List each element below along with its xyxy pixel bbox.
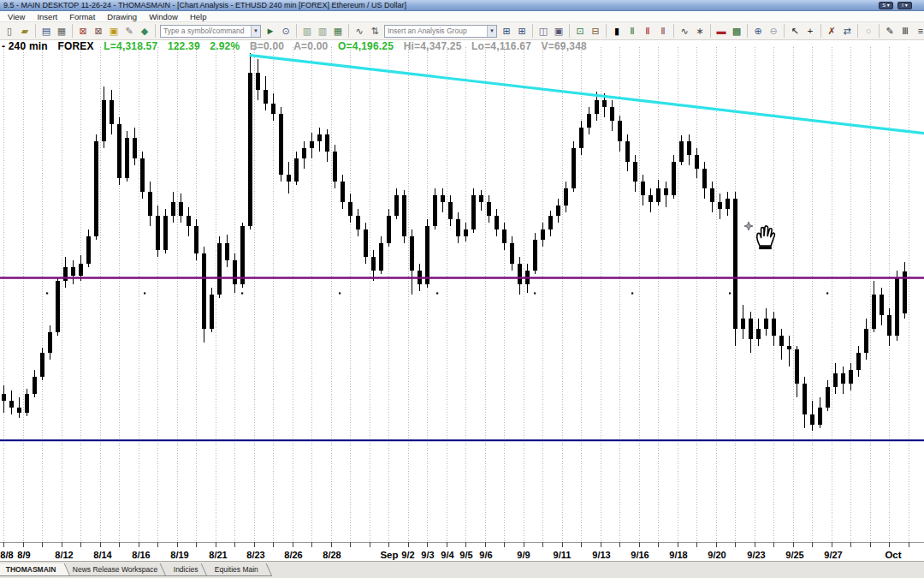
hand-icon: [757, 226, 775, 246]
menu-drawing[interactable]: Drawing: [101, 11, 143, 22]
tile-windows-icon[interactable]: ◫: [536, 24, 550, 38]
pencil-tool-icon[interactable]: ✎: [883, 24, 897, 38]
menu-help[interactable]: Help: [184, 11, 213, 22]
print-icon[interactable]: ▦: [55, 24, 68, 38]
workspace-tab-thomasmain[interactable]: THOMASMAIN: [0, 563, 70, 576]
zoom-out-icon[interactable]: ⊖: [767, 24, 780, 38]
workspace-tab-equities-main[interactable]: Equities Main: [201, 563, 273, 576]
titlebar-buttons: S ▾I ▾: [879, 2, 912, 9]
image-dropdown-icon[interactable]: ▩: [730, 24, 743, 38]
refresh-icon[interactable]: ⇄: [840, 24, 854, 38]
toolbar: ▯▰▤▦⊠⊠▣✎◆Type a symbol/command▼►⊙▥▥▦∿⇅In…: [0, 22, 924, 40]
save-icon[interactable]: ▤: [39, 24, 53, 38]
menu-window[interactable]: Window: [143, 11, 184, 22]
zoom-in-icon[interactable]: ⊕: [751, 24, 765, 38]
toolbar-separator: [820, 24, 821, 38]
title-bar[interactable]: 9.5 - MAIN DESKTOP 11-26-24 - THOMASMAIN…: [0, 0, 924, 11]
price-chart[interactable]: 8/88/98/128/148/168/198/218/238/268/28Se…: [0, 40, 924, 561]
toolbar-separator: [348, 24, 349, 38]
workspace-tab-bar: THOMASMAINNews Release WorkspaceIndicies…: [0, 561, 924, 578]
toolbar-separator: [72, 24, 73, 38]
signature-icon[interactable]: ✎: [122, 24, 136, 38]
send-chart-icon[interactable]: ⊠: [92, 24, 105, 38]
toolbar-separator: [857, 24, 858, 38]
analysis-grid-icon[interactable]: ⊞: [500, 24, 513, 38]
down-bars-style-icon[interactable]: Ⅱ: [641, 24, 654, 38]
link-icon[interactable]: ⊡: [573, 24, 587, 38]
hotlist-icon[interactable]: ∿: [352, 24, 366, 38]
cascade-windows-icon[interactable]: ▣: [552, 24, 566, 38]
x-axis-label-9-18: 9/18: [669, 550, 687, 560]
toolbar-separator: [155, 24, 156, 38]
toolbar-separator: [710, 24, 711, 38]
x-axis-label-Sep: Sep: [380, 550, 398, 560]
i-window-button[interactable]: I ▾: [897, 2, 912, 9]
x-axis-label-9-5: 9/5: [459, 550, 472, 560]
up-bars-style-icon[interactable]: Ⅱ: [656, 24, 670, 38]
volume-bars-icon[interactable]: ▬: [714, 24, 728, 38]
workspace-tab-label: Equities Main: [215, 565, 258, 574]
pointer-tool-icon[interactable]: ↖: [788, 24, 802, 38]
symbol-combobox-dropdown-arrow-icon[interactable]: ▼: [251, 26, 260, 37]
horizontal-lines-tool-icon[interactable]: ≡: [914, 24, 924, 38]
analysis-grid2-icon[interactable]: ⊞: [515, 24, 529, 38]
hand-cuff: [759, 247, 772, 250]
open-label: O=4,196.25: [338, 40, 394, 52]
high-label: Hi=4,347.25: [404, 40, 462, 52]
x-axis-label-8-14: 8/14: [93, 550, 112, 560]
chart-window-icon[interactable]: ▦: [331, 24, 345, 38]
vertical-lines-tool-icon[interactable]: Ⅲ: [898, 24, 912, 38]
point-figure-style-icon[interactable]: ∗: [693, 24, 707, 38]
symbol-search-icon[interactable]: ⊙: [279, 24, 293, 38]
volume-label: V=69,348: [542, 40, 587, 52]
bar-style-icon[interactable]: Ⅱ: [625, 24, 639, 38]
x-axis-label-8-12: 8/12: [55, 550, 73, 560]
open-folder-icon[interactable]: ▰: [18, 24, 32, 38]
quote-board-icon[interactable]: ▥: [300, 24, 314, 38]
analysis-group-combobox-dropdown-arrow-icon[interactable]: ▼: [487, 26, 496, 37]
menu-format[interactable]: Format: [63, 11, 101, 22]
go-icon[interactable]: ►: [264, 24, 277, 38]
alert-list-icon[interactable]: ⇅: [368, 24, 382, 38]
tools-icon[interactable]: ✗: [825, 24, 838, 38]
toolbar-separator: [747, 24, 748, 38]
x-axis-label-8-8: 8/8: [0, 550, 13, 560]
line-style-icon[interactable]: ∿: [678, 24, 691, 38]
x-axis-label-9-25: 9/25: [785, 550, 803, 560]
s-window-button[interactable]: S ▾: [879, 2, 893, 9]
toolbar-separator: [784, 24, 785, 38]
low-label: Lo=4,116.67: [471, 40, 531, 52]
symbol-combobox[interactable]: Type a symbol/command▼: [160, 25, 261, 38]
time-axis: 8/88/98/128/148/168/198/218/238/268/28Se…: [0, 542, 924, 560]
menu-view[interactable]: View: [2, 11, 31, 22]
bid-label: B=0.00: [250, 40, 284, 52]
page-setup-icon[interactable]: ⊟: [589, 24, 602, 38]
candlestick-style-icon[interactable]: ▮: [610, 24, 624, 38]
palette-icon[interactable]: ◆: [138, 24, 151, 38]
chart-area[interactable]: - 240 min FOREX L=4,318.57 122.39 2.92% …: [0, 40, 924, 561]
menu-insert[interactable]: Insert: [31, 11, 63, 22]
analysis-group-combobox[interactable]: Insert an Analysis Group▼: [384, 25, 497, 38]
workspace-tab-news-release-workspace[interactable]: News Release Workspace: [58, 563, 171, 576]
send-page-icon[interactable]: ⊠: [76, 24, 90, 38]
disabled-tool-icon[interactable]: ○: [862, 24, 875, 38]
x-axis-label-9-27: 9/27: [824, 550, 842, 560]
x-axis-label-9-6: 9/6: [479, 550, 492, 560]
toolbar-separator: [879, 24, 880, 38]
x-axis-label-8-28: 8/28: [323, 550, 341, 560]
change-label: 122.39: [168, 40, 200, 52]
x-axis-label-9-20: 9/20: [708, 550, 726, 560]
x-axis-label-8-16: 8/16: [132, 550, 150, 560]
quote-header: - 240 min FOREX L=4,318.57 122.39 2.92% …: [2, 40, 594, 52]
last-price-label: L=4,318.57: [104, 40, 157, 52]
crosshair-tool-icon[interactable]: +: [803, 24, 817, 38]
lock-icon[interactable]: ▣: [107, 24, 121, 38]
x-axis-label-9-9: 9/9: [517, 550, 530, 560]
x-axis-label-9-3: 9/3: [421, 550, 434, 560]
window-title: 9.5 - MAIN DESKTOP 11-26-24 - THOMASMAIN…: [3, 1, 406, 9]
change-pct-label: 2.92%: [210, 40, 240, 52]
new-page-icon[interactable]: ▯: [3, 24, 16, 38]
toolbar-separator: [569, 24, 570, 38]
x-axis-label-9-16: 9/16: [631, 550, 649, 560]
detail-window-icon[interactable]: ▥: [316, 24, 329, 38]
